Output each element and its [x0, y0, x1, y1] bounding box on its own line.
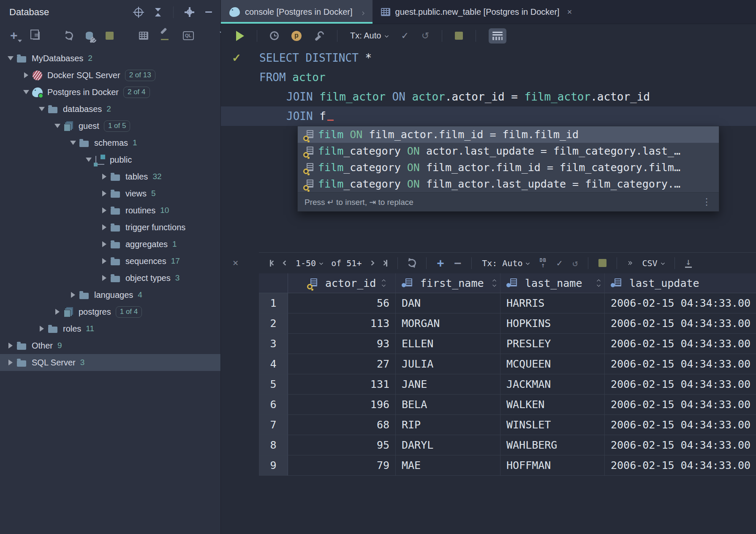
- tree-item-postgres-in-docker[interactable]: Postgres in Docker2 of 4: [0, 84, 220, 101]
- cell-last-update[interactable]: 2006-02-15 04:34:33.00: [605, 455, 756, 476]
- chevron-expanded-icon[interactable]: [68, 141, 78, 145]
- cell-last-update[interactable]: 2006-02-15 04:34:33.00: [605, 293, 756, 313]
- column-header-first_name[interactable]: first_name: [396, 273, 500, 293]
- close-tab-icon[interactable]: ×: [567, 7, 572, 17]
- row-number[interactable]: 7: [259, 415, 288, 435]
- collapse-all-icon[interactable]: [154, 8, 162, 16]
- edit-icon[interactable]: [161, 31, 170, 40]
- query-console-icon[interactable]: QL: [183, 31, 194, 40]
- cell-actor-id[interactable]: 131: [288, 374, 396, 395]
- tab-console[interactable]: console [Postgres in Docker]: [221, 0, 373, 24]
- data-source-properties-icon[interactable]: [86, 32, 93, 40]
- chevron-collapsed-icon[interactable]: [100, 174, 109, 180]
- chevron-collapsed-icon[interactable]: [53, 309, 62, 315]
- cell-first-name[interactable]: JANE: [396, 374, 500, 395]
- chevron-collapsed-icon[interactable]: [68, 292, 78, 298]
- tree-item-sequences[interactable]: sequences17: [0, 253, 220, 270]
- row-number[interactable]: 4: [259, 354, 288, 374]
- cell-last-update[interactable]: 2006-02-15 04:34:33.00: [605, 415, 756, 435]
- tx-mode-dropdown[interactable]: Tx: Auto: [482, 258, 529, 268]
- first-page-icon[interactable]: [270, 260, 275, 267]
- cell-last-name[interactable]: JACKMAN: [500, 374, 605, 395]
- page-range-dropdown[interactable]: 1-50: [296, 258, 323, 268]
- cell-last-name[interactable]: WINSLET: [500, 415, 605, 435]
- cell-actor-id[interactable]: 79: [288, 455, 396, 476]
- chevron-expanded-icon[interactable]: [84, 158, 93, 162]
- tx-mode-dropdown[interactable]: Tx: Auto: [350, 31, 388, 41]
- chevron-expanded-icon[interactable]: [6, 56, 15, 60]
- tree-item-tables[interactable]: tables32: [0, 168, 220, 185]
- tab-table[interactable]: guest.public.new_table [Postgres in Dock…: [373, 0, 581, 24]
- stop-icon[interactable]: [455, 32, 463, 40]
- rollback-icon[interactable]: ↺: [422, 31, 429, 41]
- cell-last-name[interactable]: MCQUEEN: [500, 354, 605, 374]
- tree-item-routines[interactable]: routines10: [0, 202, 220, 219]
- tree-item-object-types[interactable]: object types3: [0, 270, 220, 286]
- cell-first-name[interactable]: DAN: [396, 293, 500, 313]
- sql-editor[interactable]: ✓SELECT DISTINCT *FROM actorJOIN film_ac…: [221, 47, 756, 534]
- cell-last-name[interactable]: HOFFMAN: [500, 455, 605, 476]
- locate-icon[interactable]: [134, 8, 143, 16]
- chevron-expanded-icon[interactable]: [53, 124, 62, 128]
- cell-last-update[interactable]: 2006-02-15 04:34:33.00: [605, 395, 756, 415]
- commit-icon[interactable]: ✓: [401, 31, 408, 41]
- row-number[interactable]: 2: [259, 313, 288, 334]
- row-number[interactable]: 1: [259, 293, 288, 313]
- cell-actor-id[interactable]: 56: [288, 293, 396, 313]
- add-row-icon[interactable]: +: [437, 257, 444, 269]
- cell-actor-id[interactable]: 93: [288, 334, 396, 354]
- submit-to-database-icon[interactable]: DB↑: [539, 258, 546, 269]
- postgres-session-icon[interactable]: p: [291, 31, 302, 41]
- download-icon[interactable]: ↓: [685, 258, 692, 268]
- chevron-collapsed-icon[interactable]: [100, 191, 109, 196]
- column-header-last_update[interactable]: last_update: [605, 273, 756, 293]
- reload-data-icon[interactable]: [408, 259, 416, 267]
- cell-last-name[interactable]: HARRIS: [500, 293, 605, 313]
- run-icon[interactable]: [236, 31, 244, 41]
- delete-row-icon[interactable]: −: [454, 257, 461, 269]
- cell-actor-id[interactable]: 27: [288, 354, 396, 374]
- tree-item-guest[interactable]: guest1 of 5: [0, 117, 220, 134]
- hide-panel-icon[interactable]: [205, 11, 212, 13]
- cell-last-name[interactable]: PRESLEY: [500, 334, 605, 354]
- cell-last-update[interactable]: 2006-02-15 04:34:33.00: [605, 334, 756, 354]
- chevron-expanded-icon[interactable]: [22, 90, 31, 94]
- tree-item-postgres[interactable]: postgres1 of 4: [0, 303, 220, 320]
- row-number[interactable]: 3: [259, 334, 288, 354]
- export-expand-icon[interactable]: [627, 262, 632, 264]
- cell-first-name[interactable]: JULIA: [396, 354, 500, 374]
- sort-arrows-icon[interactable]: [493, 280, 496, 286]
- cell-last-update[interactable]: 2006-02-15 04:34:33.00: [605, 374, 756, 395]
- column-header-actor_id[interactable]: actor_id: [288, 273, 396, 293]
- duplicate-icon[interactable]: [30, 32, 40, 40]
- chevron-collapsed-icon[interactable]: [6, 360, 15, 365]
- cell-first-name[interactable]: DARYL: [396, 435, 500, 455]
- in-editor-results-toggle[interactable]: [489, 28, 506, 44]
- rollback-icon[interactable]: ↺: [572, 259, 578, 268]
- stop-icon[interactable]: [598, 259, 606, 267]
- chevron-expanded-icon[interactable]: [37, 107, 46, 111]
- table-icon[interactable]: [139, 32, 148, 40]
- chevron-collapsed-icon[interactable]: [100, 241, 109, 247]
- chevron-collapsed-icon[interactable]: [100, 258, 109, 264]
- stop-icon[interactable]: [106, 32, 114, 40]
- tree-item-roles[interactable]: roles11: [0, 320, 220, 337]
- tree-item-public[interactable]: public: [0, 151, 220, 168]
- cell-first-name[interactable]: BELA: [396, 395, 500, 415]
- tree-item-databases[interactable]: databases2: [0, 101, 220, 117]
- chevron-collapsed-icon[interactable]: [37, 326, 46, 332]
- cell-last-update[interactable]: 2006-02-15 04:34:33.00: [605, 354, 756, 374]
- chevron-right-icon[interactable]: [361, 7, 364, 17]
- cell-first-name[interactable]: ELLEN: [396, 334, 500, 354]
- chevron-collapsed-icon[interactable]: [100, 275, 109, 281]
- tree-item-languages[interactable]: languages4: [0, 286, 220, 303]
- cell-actor-id[interactable]: 95: [288, 435, 396, 455]
- cell-last-name[interactable]: WAHLBERG: [500, 435, 605, 455]
- autocomplete-item[interactable]: film_category ON actor.last_update = fil…: [298, 143, 719, 159]
- settings-gear-icon[interactable]: [185, 7, 194, 17]
- autocomplete-item[interactable]: film ON film_actor.film_id = film.film_i…: [298, 126, 719, 143]
- previous-page-icon[interactable]: [283, 261, 287, 265]
- last-page-icon[interactable]: [382, 260, 387, 267]
- chevron-collapsed-icon[interactable]: [100, 224, 109, 230]
- chevron-collapsed-icon[interactable]: [100, 207, 109, 213]
